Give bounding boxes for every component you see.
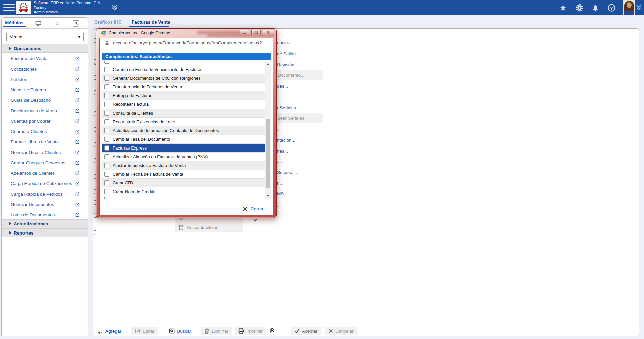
sidebar-item[interactable]: Devoluciones de Venta [2,105,88,116]
url-bar[interactable]: acceso.efactoryerp.com/Framework/Formula… [100,38,273,48]
background-link-fragment[interactable]: Sucursal... [277,170,298,175]
checkbox[interactable] [104,137,109,142]
complemento-row[interactable]: Facturas Express [102,143,271,152]
sidebar-item[interactable]: Carga Rápida de Cotizaciones [2,178,88,189]
checkbox[interactable] [104,93,109,98]
sidebar-item[interactable]: Lotes de Documentos [2,210,88,220]
imprimir-button[interactable]: Imprimir [235,327,266,335]
complemento-row[interactable]: Transferencia de Facturas de Venta [102,82,271,91]
maximize-button[interactable] [251,30,261,35]
background-link-fragment[interactable]: . [277,94,278,99]
collapse-chevron-down-icon[interactable] [253,217,258,223]
checkbox[interactable] [104,76,109,81]
collapse-toolbar-chevrons-icon[interactable] [268,327,276,335]
sidebar-item[interactable]: Cobros a Clientes [2,126,88,137]
close-button[interactable] [263,30,274,35]
background-link-fragment[interactable]: r... [277,181,282,186]
agregar-button[interactable]: Agregar [94,327,125,335]
complemento-row[interactable]: Entrega de Facturas [102,91,271,100]
checkbox[interactable] [104,145,109,151]
settings-gear-icon[interactable] [575,3,584,12]
background-link-fragment[interactable]: ... [277,203,281,208]
monitor-icon[interactable] [34,19,43,27]
sidebar-item[interactable]: Generar Giros a Clientes [2,147,88,158]
background-link-fragment[interactable]: a... [277,159,283,164]
checkbox[interactable] [104,128,109,133]
background-link-fragment[interactable]: ... [277,213,281,218]
favorites-star-icon[interactable]: ★ [558,3,568,12]
favorites-star-outline-icon[interactable]: ☆ [53,19,61,27]
sidebar-item[interactable]: Notas de Entrega [2,85,88,95]
hamburger-menu-icon[interactable] [3,4,15,12]
cancelar-button[interactable]: Cancelar [325,327,357,335]
aceptar-button[interactable]: Aceptar [291,327,321,335]
background-link-fragment[interactable]: Revisión... [277,62,298,67]
sidebar-item[interactable]: Guías de Despacho [2,95,88,105]
background-link-fragment[interactable]: des... [277,84,288,89]
key-icon[interactable] [71,19,80,27]
editar-button[interactable]: Editar [131,327,158,335]
sidebar-item[interactable]: Facturas de Venta [2,53,88,64]
sidebar-item[interactable]: Pedidos [2,74,88,85]
checkbox[interactable] [104,163,109,168]
checkbox[interactable] [104,84,109,89]
complemento-row[interactable]: Consulta de Clientes [102,109,271,117]
checkbox[interactable] [104,180,109,185]
background-link-fragment[interactable]: ntación... [277,138,295,143]
background-link-fragment[interactable]: r Seriales [277,105,296,110]
complemento-row[interactable]: Actualizar Almacén en Facturas de Ventas… [102,152,271,161]
dialog-titlebar[interactable]: Complementos - Google Chrome [96,29,276,38]
cerrar-button[interactable]: Cerrar [243,205,263,213]
scroll-down-button[interactable] [265,193,271,199]
module-select[interactable]: Ventas [6,33,84,41]
section-operaciones[interactable]: Operaciones [2,44,88,53]
complemento-row[interactable]: Ajustar Impuestos a Factura de Venta [102,161,271,170]
complemento-row[interactable]: Reconstruir Existencias de Lotes [102,117,271,126]
eliminar-button[interactable]: Eliminar [201,327,232,335]
checkbox[interactable] [104,154,109,159]
background-link-fragment[interactable]: de Salida... [277,51,300,56]
sidebar-item[interactable]: Cuentas por Cobrar [2,116,88,126]
sidebar-item[interactable]: Cotizaciones [2,64,88,74]
notifications-bell-icon[interactable] [591,3,600,12]
sidebar-item[interactable]: Generar Documentos [2,199,88,210]
minimize-button[interactable] [240,30,249,35]
complemento-row[interactable]: Generar Documentos de CxC con Renglones [102,74,271,82]
checkbox[interactable] [104,189,109,194]
tab-modulos[interactable]: Módulos [5,20,24,25]
tab-facturas-de-venta[interactable]: Facturas de Venta [132,19,170,25]
section-reportes[interactable]: Reportes [2,228,88,237]
background-link-fragment[interactable]: MS... [277,191,288,196]
checkbox[interactable] [104,172,109,177]
complemento-row[interactable]: Crear Nota de Crédito [102,187,271,196]
checkbox[interactable] [104,111,109,116]
sidebar-item[interactable]: Cargar Cheques Devueltos [2,158,88,168]
checkbox[interactable] [104,67,109,72]
complemento-row[interactable]: Actualización de Información Contable de… [102,126,271,135]
section-actualizaciones[interactable]: Actualizaciones [2,219,88,228]
checkbox[interactable] [104,61,109,64]
buscar-button[interactable]: Buscar [165,327,195,335]
complemento-row[interactable]: Recostear Factura [102,100,271,109]
scroll-thumb[interactable] [266,119,270,188]
complemento-row[interactable]: Cambio de Fecha de Vencimiento de Factur… [102,65,271,74]
user-avatar[interactable] [623,0,635,15]
descontabilizar-button[interactable]: Descontabilizar [175,222,243,232]
background-link-fragment[interactable]: nes... [277,149,288,154]
checkbox[interactable] [104,102,109,107]
header-chevron-down-icon[interactable] [635,3,642,12]
header-collapse-icon[interactable] [111,4,119,13]
complemento-row[interactable]: Crear ATD [102,178,271,187]
sidebar-item[interactable]: Carga Rápida de Pedidos [2,189,88,199]
sidebar-item[interactable]: Adelantos de Clientes [2,168,88,178]
complemento-row[interactable]: Cambiar Fecha de Factura de Venta [102,170,271,178]
help-icon[interactable]: ? [607,3,616,12]
complemento-row[interactable]: Cambiar Tasa del Documento [102,135,271,143]
background-link-fragment[interactable]: encia... [277,40,292,45]
tab-graficos-ihc[interactable]: Gráficos IHC [94,19,122,25]
scrollbar[interactable] [265,61,271,199]
sidebar-item[interactable]: Formas Libres de Venta [2,137,88,147]
checkbox[interactable] [104,197,109,199]
checkbox[interactable] [104,119,109,124]
background-link-fragment[interactable]: . [277,127,278,132]
